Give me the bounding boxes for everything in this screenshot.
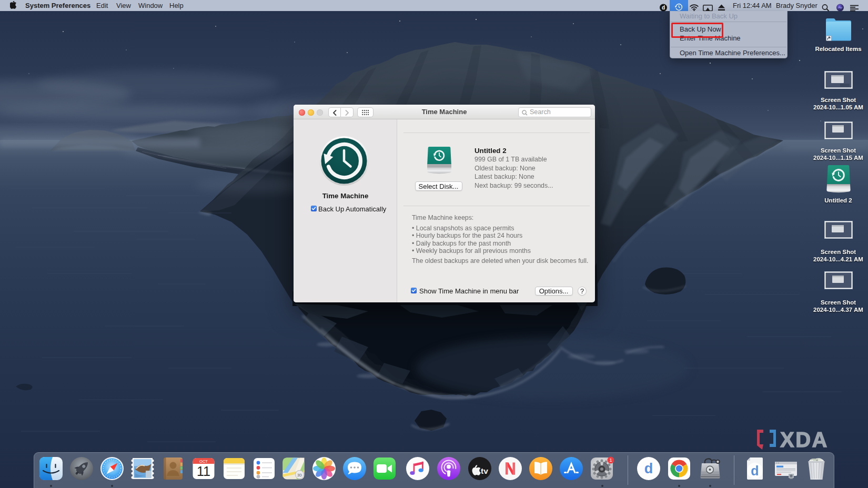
svg-text:tv: tv	[481, 466, 488, 475]
svg-text:d: d	[662, 5, 665, 11]
svg-text:11: 11	[197, 464, 210, 479]
svg-text:d: d	[751, 463, 759, 478]
svg-text:d: d	[644, 461, 653, 476]
svg-text:3D: 3D	[297, 473, 302, 477]
svg-text:OCT: OCT	[199, 459, 208, 464]
svg-text:XDA: XDA	[780, 428, 829, 451]
svg-text:1: 1	[609, 458, 612, 463]
